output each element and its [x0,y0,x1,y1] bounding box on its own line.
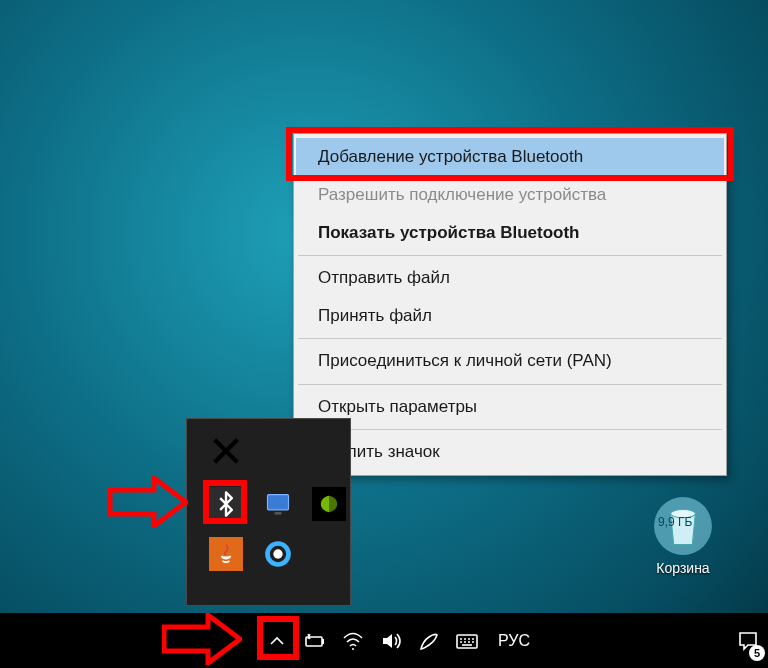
svg-point-3 [273,549,282,558]
menu-separator [298,384,722,385]
cortana-tray-icon[interactable] [261,537,295,571]
annotation-arrow-icon [108,476,188,528]
recycle-bin[interactable]: 9,9 ГБ Корзина [638,495,728,576]
recycle-bin-label: Корзина [638,560,728,576]
tray-chevron-icon[interactable] [258,613,296,668]
menu-join-pan[interactable]: Присоединиться к личной сети (PAN) [296,342,724,380]
menu-show-bluetooth-devices[interactable]: Показать устройства Bluetooth [296,214,724,252]
annotation-arrow-icon [162,613,242,665]
svg-rect-7 [322,639,324,644]
display-adapter-tray-icon[interactable] [261,487,295,521]
menu-open-settings[interactable]: Открыть параметры [296,388,724,426]
menu-receive-file[interactable]: Принять файл [296,297,724,335]
menu-separator [298,255,722,256]
battery-icon[interactable] [296,613,334,668]
touch-keyboard-icon[interactable] [448,613,486,668]
pen-icon[interactable] [410,613,448,668]
notification-badge: 5 [749,645,765,661]
menu-add-bluetooth-device[interactable]: Добавление устройства Bluetooth [296,138,724,176]
taskbar: РУС 5 [0,613,768,668]
java-tray-icon[interactable] [209,537,243,571]
muted-app-icon[interactable] [209,434,243,468]
wifi-icon[interactable] [334,613,372,668]
menu-allow-device-connect: Разрешить подключение устройства [296,176,724,214]
bluetooth-context-menu: Добавление устройства Bluetooth Разрешит… [293,133,727,476]
desktop: Добавление устройства Bluetooth Разрешит… [0,0,768,668]
menu-send-file[interactable]: Отправить файл [296,259,724,297]
menu-remove-icon[interactable]: Удалить значок [296,433,724,471]
language-indicator[interactable]: РУС [486,632,542,650]
svg-rect-0 [268,495,289,510]
menu-separator [298,429,722,430]
bluetooth-tray-icon[interactable] [209,487,243,521]
nvidia-tray-icon[interactable] [312,487,346,521]
volume-icon[interactable] [372,613,410,668]
menu-separator [298,338,722,339]
tray-overflow-panel [186,418,351,606]
recycle-bin-icon: 9,9 ГБ [652,495,714,557]
recycle-bin-size: 9,9 ГБ [658,515,692,529]
svg-rect-1 [275,512,282,514]
action-center-icon[interactable]: 5 [728,613,768,668]
svg-point-8 [352,648,354,650]
